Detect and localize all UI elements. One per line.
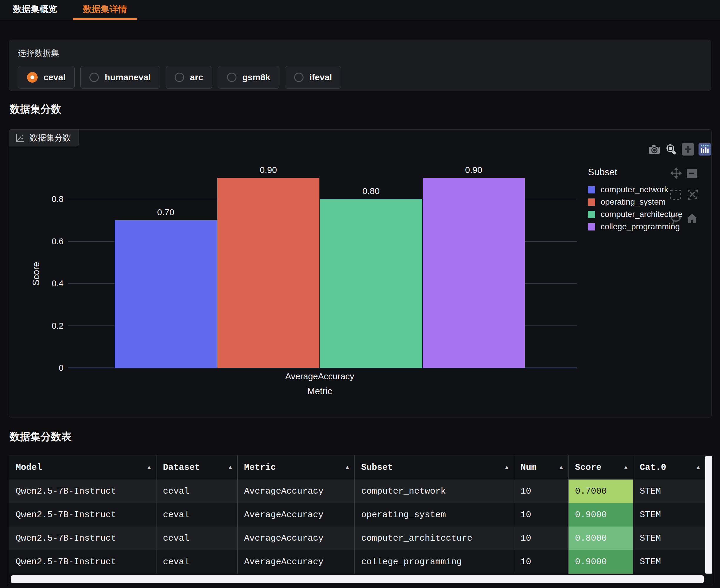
radio-label: arc xyxy=(190,72,203,82)
column-title: Subset xyxy=(361,462,393,472)
column-header-model[interactable]: Model▲ xyxy=(9,456,157,480)
column-header-metric[interactable]: Metric▲ xyxy=(238,456,355,480)
sort-ascending-icon[interactable]: ▲ xyxy=(624,464,628,471)
column-header-num[interactable]: Num▲ xyxy=(514,456,569,480)
radio-label: ifeval xyxy=(309,72,332,82)
table-cell[interactable]: ceval xyxy=(157,503,238,527)
tab-dataset-overview[interactable]: 数据集概览 xyxy=(0,0,70,19)
sort-ascending-icon[interactable]: ▲ xyxy=(697,464,700,471)
table-cell[interactable]: college_programming xyxy=(355,550,514,573)
zoom-out-icon[interactable] xyxy=(686,168,697,178)
scores-heading: 数据集分数 xyxy=(10,102,61,116)
table-cell[interactable]: 10 xyxy=(514,550,569,573)
tab-dataset-details[interactable]: 数据集详情 xyxy=(70,0,140,19)
radio-label: gsm8k xyxy=(242,72,270,82)
table-cell[interactable]: Qwen2.5-7B-Instruct xyxy=(9,503,157,527)
score-cell[interactable]: 0.9000 xyxy=(569,550,633,573)
bar-value-label: 0.80 xyxy=(362,186,379,196)
column-header-dataset[interactable]: Dataset▲ xyxy=(157,456,238,480)
box-select-icon[interactable] xyxy=(670,190,681,200)
column-header-score[interactable]: Score▲ xyxy=(569,456,633,480)
table-cell[interactable]: operating_system xyxy=(355,503,514,527)
zoom-in-icon[interactable] xyxy=(682,143,694,155)
bar-college_programming[interactable] xyxy=(423,178,525,368)
column-header-subset[interactable]: Subset▲ xyxy=(355,456,514,480)
radio-label: humaneval xyxy=(105,72,151,82)
bar-computer_network[interactable] xyxy=(115,220,217,368)
table-cell[interactable]: AverageAccuracy xyxy=(238,503,355,527)
plot-label-chip: 数据集分数 xyxy=(9,129,79,146)
tab-bar: 数据集概览 数据集详情 xyxy=(0,0,720,19)
sort-ascending-icon[interactable]: ▲ xyxy=(559,464,563,471)
dataset-radio-humaneval[interactable]: humaneval xyxy=(80,66,160,89)
table-cell[interactable]: AverageAccuracy xyxy=(238,480,355,503)
bar-value-label: 0.90 xyxy=(260,165,277,175)
bar-computer_architecture[interactable] xyxy=(320,199,423,368)
column-title: Dataset xyxy=(163,462,200,472)
dataset-radio-arc[interactable]: arc xyxy=(166,66,212,89)
column-title: Score xyxy=(575,462,601,472)
sort-ascending-icon[interactable]: ▲ xyxy=(228,464,232,471)
radio-unselected-icon[interactable] xyxy=(89,72,99,82)
sort-ascending-icon[interactable]: ▲ xyxy=(147,464,151,471)
bar-operating_system[interactable] xyxy=(217,178,320,368)
legend-label: computer_network xyxy=(601,185,668,194)
zoom-icon[interactable] xyxy=(665,143,677,155)
dataset-radio-ifeval[interactable]: ifeval xyxy=(285,66,341,89)
y-tick-label: 0.6 xyxy=(28,236,64,246)
score-cell[interactable]: 0.7000 xyxy=(569,480,633,503)
column-header-cat-0[interactable]: Cat.0▲ xyxy=(633,456,705,480)
chart-panel: Score AverageAccuracy Metric Subset comp… xyxy=(9,129,712,418)
x-axis-title: Metric xyxy=(307,386,332,397)
evalscope-dashboard: 数据集概览 数据集详情 选择数据集 cevalhumanevalarcgsm8k… xyxy=(0,0,720,588)
table-cell[interactable]: 10 xyxy=(514,503,569,527)
score-cell[interactable]: 0.8000 xyxy=(569,527,633,550)
legend-swatch-icon xyxy=(588,186,595,193)
table-cell[interactable]: Qwen2.5-7B-Instruct xyxy=(9,480,157,503)
legend-label: college_programming xyxy=(601,222,680,231)
table-cell[interactable]: 10 xyxy=(514,480,569,503)
sort-ascending-icon[interactable]: ▲ xyxy=(505,464,509,471)
table-cell[interactable]: AverageAccuracy xyxy=(238,550,355,573)
table-cell[interactable]: ceval xyxy=(157,527,238,550)
table-cell[interactable]: STEM xyxy=(633,480,705,503)
table-cell[interactable]: 10 xyxy=(514,527,569,550)
y-tick-label: 0.2 xyxy=(28,321,64,331)
radio-unselected-icon[interactable] xyxy=(175,72,184,82)
pan-icon[interactable] xyxy=(670,167,682,179)
table-cell[interactable]: Qwen2.5-7B-Instruct xyxy=(9,527,157,550)
bar-value-label: 0.90 xyxy=(465,165,482,175)
table-cell[interactable]: STEM xyxy=(633,550,705,573)
reset-home-icon[interactable] xyxy=(686,213,698,224)
y-tick-label: 0.4 xyxy=(28,279,64,289)
sort-ascending-icon[interactable]: ▲ xyxy=(346,464,349,471)
dataset-radio-group: cevalhumanevalarcgsm8kifeval xyxy=(18,66,702,89)
legend-swatch-icon xyxy=(588,223,595,231)
column-title: Num xyxy=(520,462,536,472)
score-cell[interactable]: 0.9000 xyxy=(569,503,633,527)
table-cell[interactable]: computer_architecture xyxy=(355,527,514,550)
table-cell[interactable]: ceval xyxy=(157,550,238,573)
table-horizontal-scrollbar[interactable] xyxy=(11,575,704,583)
selector-label: 选择数据集 xyxy=(18,48,702,59)
autoscale-icon[interactable] xyxy=(686,188,698,200)
table-cell[interactable]: ceval xyxy=(157,480,238,503)
radio-label: ceval xyxy=(43,72,66,82)
radio-unselected-icon[interactable] xyxy=(294,72,304,82)
lasso-select-icon[interactable] xyxy=(670,214,681,225)
table-cell[interactable]: AverageAccuracy xyxy=(238,527,355,550)
table-vertical-scrollbar[interactable] xyxy=(705,456,712,573)
table-cell[interactable]: computer_network xyxy=(355,480,514,503)
table-cell[interactable]: STEM xyxy=(633,527,705,550)
bar-chart: Score AverageAccuracy Metric Subset comp… xyxy=(9,130,712,417)
radio-unselected-icon[interactable] xyxy=(227,72,236,82)
table-cell[interactable]: Qwen2.5-7B-Instruct xyxy=(9,550,157,573)
table-cell[interactable]: STEM xyxy=(633,503,705,527)
radio-selected-icon[interactable] xyxy=(27,72,38,83)
chart-view-icon[interactable] xyxy=(699,143,711,155)
dataset-radio-ceval[interactable]: ceval xyxy=(18,66,75,89)
camera-download-icon[interactable] xyxy=(648,143,661,155)
column-title: Metric xyxy=(244,462,276,472)
plot-label: 数据集分数 xyxy=(30,132,71,144)
dataset-radio-gsm8k[interactable]: gsm8k xyxy=(218,66,280,89)
